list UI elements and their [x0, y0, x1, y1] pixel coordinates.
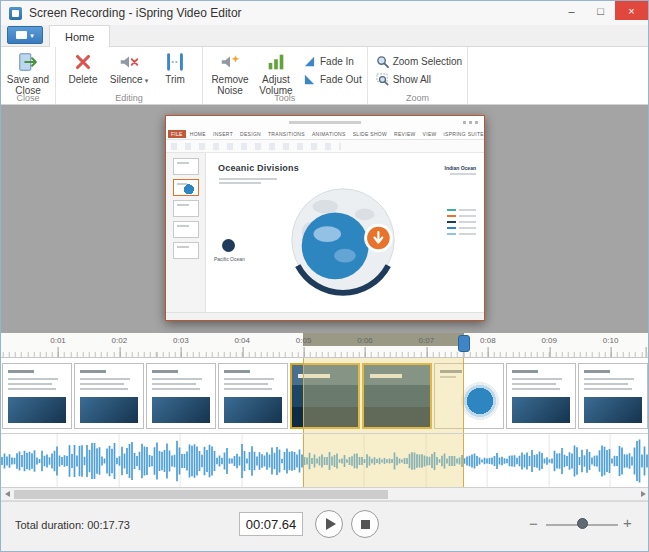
- ppt-ribbon-tabs: FILEHOMEINSERTDESIGNTRANSITIONSANIMATION…: [166, 129, 484, 140]
- audio-track[interactable]: [1, 434, 649, 488]
- video-thumbnail-doc[interactable]: [578, 363, 648, 429]
- zoom-selection-label: Zoom Selection: [393, 56, 462, 67]
- legend-text-placeholder: [459, 215, 476, 217]
- video-thumbnail-doc[interactable]: [2, 363, 72, 429]
- ribbon-group-close: Save and Close Close: [1, 47, 56, 104]
- ruler-major-ticks: [1, 347, 649, 357]
- group-label-tools: Tools: [203, 93, 367, 103]
- ppt-tab: REVIEW: [391, 130, 419, 138]
- close-button[interactable]: ×: [615, 1, 648, 20]
- group-label-zoom: Zoom: [368, 93, 467, 103]
- minimize-button[interactable]: –: [557, 1, 586, 20]
- ruler-selection-band[interactable]: [303, 333, 464, 346]
- play-button[interactable]: [315, 510, 343, 538]
- app-menu-button[interactable]: ▾: [7, 26, 43, 44]
- ruler-tick-label: 0:06: [357, 336, 373, 345]
- maximize-button[interactable]: □: [586, 1, 615, 20]
- adjust-volume-button[interactable]: Adjust Volume: [254, 50, 298, 97]
- dropdown-caret-icon: [143, 74, 149, 85]
- remove-noise-button[interactable]: Remove Noise: [208, 50, 252, 97]
- ppt-tab: HOME: [187, 130, 209, 138]
- fade-in-icon: [303, 55, 316, 68]
- ppt-ribbon-strip: [166, 140, 484, 153]
- video-preview: FILEHOMEINSERTDESIGNTRANSITIONSANIMATION…: [1, 105, 649, 333]
- legend-row: [447, 209, 476, 211]
- legend-swatch: [447, 215, 456, 217]
- zoom-selection-button[interactable]: Zoom Selection: [376, 55, 462, 68]
- zoom-out-button[interactable]: −: [529, 515, 538, 532]
- zoom-in-button[interactable]: +: [623, 514, 632, 531]
- silence-button[interactable]: Silence: [107, 50, 151, 86]
- legend-text-placeholder: [459, 227, 476, 229]
- legend-row: [447, 215, 476, 217]
- silence-icon: [118, 51, 140, 73]
- ruler-tick-label: 0:04: [234, 336, 250, 345]
- app-window: Screen Recording - iSpring Video Editor …: [0, 0, 649, 552]
- stop-button[interactable]: [351, 510, 379, 538]
- ppt-tab: SLIDE SHOW: [350, 130, 390, 138]
- ppt-body: Oceanic Divisions: [166, 153, 484, 312]
- legend-swatch: [447, 227, 456, 229]
- slide-legend: [447, 209, 476, 239]
- scroll-left-icon[interactable]: [5, 491, 10, 497]
- group-label-close: Close: [1, 93, 55, 103]
- legend-row: [447, 233, 476, 235]
- ruler-tick-label: 0:01: [50, 336, 66, 345]
- slide-subtitle-line: [219, 178, 277, 180]
- timeline-scrollbar[interactable]: [1, 488, 649, 501]
- legend-text-placeholder: [459, 221, 476, 223]
- fade-in-label: Fade In: [320, 56, 354, 67]
- timeline-selection-overlay[interactable]: [303, 434, 464, 487]
- ruler-tick-label: 0:07: [419, 336, 435, 345]
- fade-out-button[interactable]: Fade Out: [303, 73, 362, 86]
- ppt-window-buttons: [463, 121, 480, 124]
- window-controls: – □ ×: [557, 1, 648, 20]
- tab-home[interactable]: Home: [49, 25, 110, 47]
- ribbon-group-zoom: Zoom Selection Show All Zoom: [368, 47, 468, 104]
- video-thumbnail-doc[interactable]: [146, 363, 216, 429]
- ruler-tick-label: 0:03: [173, 336, 189, 345]
- indian-ocean-label: Indian Ocean: [445, 165, 476, 171]
- ppt-tab: INSERT: [210, 130, 236, 138]
- ppt-statusbar: [166, 312, 484, 320]
- scrollbar-thumb[interactable]: [14, 490, 388, 499]
- playhead-handle[interactable]: [458, 335, 470, 352]
- titlebar: Screen Recording - iSpring Video Editor …: [1, 1, 648, 25]
- ppt-title-placeholder: [289, 121, 361, 124]
- ribbon-group-editing: Delete Silence Trim Editing: [56, 47, 203, 104]
- save-and-close-button[interactable]: Save and Close: [6, 50, 50, 97]
- save-and-close-icon: [17, 51, 39, 73]
- app-icon: [9, 7, 22, 20]
- stop-icon: [361, 520, 370, 529]
- show-all-label: Show All: [393, 74, 431, 85]
- status-bar: Total duration: 00:17.73 00:07.64 − +: [1, 501, 648, 551]
- delete-icon: [72, 51, 94, 73]
- trim-button[interactable]: Trim: [153, 50, 197, 86]
- delete-button[interactable]: Delete: [61, 50, 105, 86]
- video-thumbnail-doc[interactable]: [74, 363, 144, 429]
- remove-noise-icon: [219, 51, 241, 73]
- timeline-selection-overlay[interactable]: [303, 358, 464, 433]
- delete-label: Delete: [69, 75, 98, 86]
- timeline-ruler[interactable]: 0:010:020:030:040:050:060:070:080:090:10: [1, 333, 649, 358]
- window-title: Screen Recording - iSpring Video Editor: [29, 6, 242, 20]
- legend-row: [447, 221, 476, 223]
- show-all-button[interactable]: Show All: [376, 73, 462, 86]
- zoom-slider-thumb[interactable]: [577, 518, 588, 529]
- ruler-tick-label: 0:10: [603, 336, 619, 345]
- ruler-tick-label: 0:05: [296, 336, 312, 345]
- video-thumbnail-doc[interactable]: [218, 363, 288, 429]
- slide-subtitle-line: [219, 182, 261, 184]
- ppt-tab: iSPRING SUITE 8: [441, 130, 484, 138]
- scroll-right-icon[interactable]: [641, 491, 646, 497]
- ppt-slide-thumbnail: [173, 158, 199, 175]
- ruler-tick-label: 0:02: [112, 336, 128, 345]
- ppt-titlebar: [166, 116, 484, 129]
- fade-in-button[interactable]: Fade In: [303, 55, 362, 68]
- legend-text-placeholder: [459, 233, 476, 235]
- video-track[interactable]: [1, 358, 649, 434]
- fade-out-icon: [303, 73, 316, 86]
- ppt-tab: VIEW: [420, 130, 440, 138]
- video-thumbnail-doc[interactable]: [506, 363, 576, 429]
- total-duration-label: Total duration: 00:17.73: [15, 519, 130, 531]
